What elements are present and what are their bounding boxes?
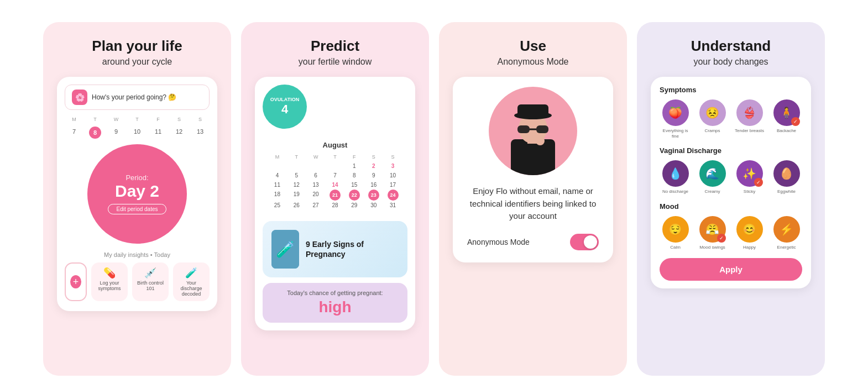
discharge-creamy-name: Creamy [704, 189, 720, 195]
anon-description: Enjoy Flo without email, name or technic… [463, 185, 603, 223]
edit-period-button[interactable]: Edit period dates [108, 204, 166, 214]
ovulation-badge: OVULATION 4 [263, 85, 307, 129]
mood-swings-circle[interactable]: 😤 ✓ [699, 216, 726, 243]
period-question-text: How's your period going? 🤔 [92, 93, 202, 101]
day-label-s2: S [191, 117, 210, 122]
pregnancy-test-icon: 🧪 [271, 230, 299, 269]
backache-check: ✓ [791, 117, 800, 126]
discharge-no-name: No discharge [662, 189, 688, 195]
svg-rect-0 [511, 139, 555, 175]
symptom-fine-circle[interactable]: 🍑 [662, 99, 689, 126]
insight-discharge[interactable]: 🧪 Your discharge decoded [173, 262, 210, 301]
card-understand-subtitle: your body changes [693, 57, 768, 67]
period-day-circle: Period: Day 2 Edit period dates [87, 144, 187, 244]
pregnancy-text: 9 Early Signs of Pregnancy [306, 239, 399, 259]
ovulation-day: 4 [281, 102, 288, 117]
day-label-t2: T [128, 117, 147, 122]
mood-energetic-circle[interactable]: ⚡ [773, 216, 800, 243]
mood-happy-circle[interactable]: 😊 [736, 216, 763, 243]
symptom-tender: 👙 Tender breasts [734, 99, 765, 139]
day-label-t: T [86, 117, 104, 122]
day-7: 7 [65, 127, 83, 139]
mood-calm-name: Calm [670, 245, 681, 250]
symptom-tender-circle[interactable]: 👙 [736, 99, 763, 126]
period-label: Period: [126, 174, 148, 182]
insight-symptoms-label: Log your symptoms [96, 280, 123, 291]
phone-mockup-anon: Enjoy Flo without email, name or technic… [453, 77, 613, 262]
symptom-backache-circle[interactable]: 🧍 ✓ [773, 99, 800, 126]
day-11: 11 [149, 127, 168, 139]
symptom-backache-name: Backache [777, 128, 796, 134]
calendar-row2: 4 5 6 7 8 9 10 [268, 171, 402, 180]
card-plan-title: Plan your life [92, 38, 182, 55]
apply-button[interactable]: Apply [660, 258, 802, 281]
discharge-sticky-circle[interactable]: ✨ ✓ [736, 160, 763, 187]
anonymous-mode-toggle[interactable] [570, 234, 599, 250]
calendar-row5: 25 26 27 28 29 30 31 [268, 201, 402, 210]
phone-mockup-understand: Symptoms 🍑 Everything is fine 😣 Cramps 👙… [651, 77, 811, 288]
ovulation-wrapper: OVULATION 4 August M T W T F S S [255, 77, 415, 215]
calendar-header: M T W T F S S [268, 153, 402, 161]
ch-t: T [287, 153, 306, 161]
mood-calm-circle[interactable]: 😌 [662, 216, 689, 243]
ch-su: S [384, 153, 402, 161]
discharge-row: 💧 No discharge 🌊 Creamy ✨ ✓ Sticky 🥚 Egg… [660, 160, 802, 195]
mood-swings-name: Mood swings [699, 245, 725, 250]
ovulation-label: OVULATION [270, 97, 299, 102]
calendar-row3: 11 12 13 14 15 16 17 [268, 180, 402, 190]
discharge-no-circle[interactable]: 💧 [662, 160, 689, 187]
anon-toggle-row: Anonymous Mode [463, 234, 603, 250]
day-label-f: F [149, 117, 168, 122]
period-day-value: Day 2 [115, 182, 159, 201]
discharge-creamy-circle[interactable]: 🌊 [699, 160, 726, 187]
svg-rect-6 [536, 125, 548, 133]
calendar-row1: 1 2 3 [268, 161, 402, 171]
mood-energetic-name: Energetic [777, 245, 796, 250]
phone-mockup-predict: OVULATION 4 August M T W T F S S [255, 77, 415, 330]
insights-row: + 💊 Log your symptoms 💉 Birth control 10… [65, 262, 210, 301]
svg-rect-5 [517, 125, 530, 133]
mood-happy: 😊 Happy [734, 216, 765, 250]
card-understand: Understand your body changes Symptoms 🍑 … [637, 22, 825, 376]
chance-label: Today's chance of getting pregnant: [270, 290, 400, 296]
day-12: 12 [170, 127, 189, 139]
day-label-m: M [65, 117, 83, 122]
chance-value: high [270, 298, 400, 316]
mood-energetic: ⚡ Energetic [771, 216, 802, 250]
symptom-cramps: 😣 Cramps [697, 99, 728, 139]
day-8[interactable]: 8 [89, 127, 101, 139]
card-understand-title: Understand [691, 38, 771, 55]
insight-discharge-label: Your discharge decoded [177, 280, 205, 297]
mood-label: Mood [660, 202, 802, 211]
ch-m: M [268, 153, 286, 161]
discharge-label: Vaginal Discharge [660, 146, 802, 155]
add-log-button[interactable]: + [65, 262, 87, 301]
discharge-egg-circle[interactable]: 🥚 [773, 160, 800, 187]
svg-rect-4 [517, 104, 548, 117]
ch-s: S [364, 153, 383, 161]
symptom-tender-name: Tender breasts [735, 128, 764, 134]
mood-row: 😌 Calm 😤 ✓ Mood swings 😊 Happy ⚡ Energet… [660, 216, 802, 250]
sticky-check: ✓ [754, 178, 763, 187]
insight-symptoms[interactable]: 💊 Log your symptoms [91, 262, 128, 301]
card-anonymous: Use Anonymous Mode [439, 22, 627, 376]
period-icon: 🌸 [72, 90, 87, 105]
anon-toggle-label: Anonymous Mode [467, 238, 530, 246]
card-plan-subtitle: around your cycle [102, 57, 172, 67]
calendar-month: August [268, 141, 402, 149]
day-10: 10 [128, 127, 147, 139]
card-predict-subtitle: your fertile window [299, 57, 372, 67]
insight-birth-control[interactable]: 💉 Birth control 101 [132, 262, 169, 301]
card-plan: Plan your life around your cycle 🌸 How's… [43, 22, 231, 376]
mood-swings: 😤 ✓ Mood swings [697, 216, 728, 250]
pregnancy-card: 🧪 9 Early Signs of Pregnancy [263, 221, 407, 277]
card-predict-title: Predict [311, 38, 359, 55]
cards-container: Plan your life around your cycle 🌸 How's… [10, 0, 858, 389]
symptom-cramps-name: Cramps [704, 128, 720, 134]
anon-person-svg [505, 103, 561, 175]
calendar-row4: 18 19 20 21 22 23 24 [268, 190, 402, 201]
pregnant-chance-box: Today's chance of getting pregnant: high [263, 283, 407, 323]
symptom-cramps-circle[interactable]: 😣 [699, 99, 726, 126]
phone-mockup-plan: 🌸 How's your period going? 🤔 M T W T F S… [57, 77, 217, 311]
discharge-sticky: ✨ ✓ Sticky [734, 160, 765, 195]
